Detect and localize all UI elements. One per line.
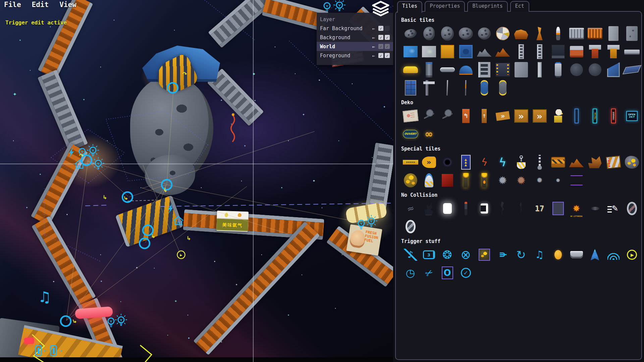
layer-row-far-background[interactable]: Far Background←✓ [317,24,393,33]
tile-poster-fuel[interactable] [401,108,420,124]
layer-checkbox[interactable]: ✓ [378,53,383,58]
tile-ledge-red[interactable] [568,44,586,59]
tile-sign-arrow-up[interactable]: ↑ [475,108,493,124]
tile-unlink-trigger[interactable]: ✂ [420,265,438,281]
tab-properties[interactable]: Properties [425,1,465,12]
tile-gold-ore[interactable] [623,155,641,170]
tile-cigarette[interactable] [457,201,475,216]
tile-mute-sound-trigger[interactable]: ♪ [401,247,420,262]
tile-black-hole[interactable] [438,155,457,170]
tile-pump-orange[interactable] [531,26,549,41]
tile-check-trigger[interactable]: ✓ [457,265,475,281]
tile-letter-o-trigger[interactable]: O [438,265,457,281]
tile-wire-scrap[interactable]: ≈ [401,201,420,216]
tile-gold-lamp-pillar[interactable] [457,173,475,188]
tile-panel-hexagon[interactable] [457,44,475,59]
tile-debris-silhouette[interactable] [420,201,438,216]
tile-burnt-twig[interactable] [512,201,530,216]
tile-neon-open-247[interactable]: OPEN 24/7 [623,108,641,124]
tile-neon-ouvert[interactable]: OUVERT [401,126,420,142]
tile-burst-trigger[interactable]: ❂ [438,247,457,262]
tile-tank-gray[interactable] [494,80,512,96]
tile-gold-ore-trigger[interactable] [475,247,493,262]
tile-panel-light[interactable] [420,44,438,59]
tile-machine-orange[interactable] [512,26,530,41]
tile-gold-ore-ball[interactable] [401,173,420,188]
tile-pipe-horizontal[interactable] [438,62,457,77]
tile-tank-blue[interactable] [475,80,493,96]
tile-smudge-dark[interactable] [586,201,604,216]
tile-spark-branch-red[interactable]: ϟ [475,155,493,170]
tile-cancel-trigger[interactable]: ⊗ [457,247,475,262]
layer-row-world[interactable]: World←✓✓ [317,42,393,51]
tile-chevron-curve[interactable]: » [420,155,438,170]
tile-booster-banner[interactable]: ▲ ▲ ▲ [457,155,475,170]
tile-text-edit-lines[interactable]: ✎ [604,201,623,216]
tile-crate-hazard[interactable] [549,155,567,170]
tile-sign-arrow-left[interactable]: ↰ [457,108,475,124]
tile-column-narrow[interactable] [531,62,549,77]
tile-loop-trigger[interactable]: ↻ [512,247,530,262]
layer-checkbox[interactable]: ✓ [385,44,390,49]
tile-porthole-window-2[interactable] [401,219,420,234]
tile-number-17[interactable]: 17 [531,201,549,216]
tile-spike-ball-small[interactable]: ✹ [531,173,549,188]
tile-neon-sign-motel[interactable]: MOTEL [586,108,604,124]
layer-checkbox[interactable]: ✓ [385,35,390,40]
tile-chain-hook[interactable] [531,155,549,170]
tile-music-trigger[interactable]: ♫ [531,247,549,262]
layers-button[interactable] [371,1,390,17]
tile-fan-turbine[interactable] [494,26,512,41]
tile-branch-trigger[interactable]: ⋔ [494,247,512,262]
layer-checkbox[interactable]: ✓ [378,26,383,31]
tile-sign-no-littering[interactable]: ✸NO LITTERING [568,201,586,216]
tile-torch-lamp[interactable] [549,26,567,41]
tile-play-trigger[interactable]: ▶ [623,247,641,262]
tile-girder-white-2[interactable] [531,44,549,59]
tab-blueprints[interactable]: Blueprints [467,1,507,12]
tab-tiles[interactable]: Tiles [397,1,422,13]
tab-ect[interactable]: Ect [510,1,529,12]
tile-spike-ball-red[interactable]: ✹ [512,173,530,188]
tile-panel-dark[interactable] [549,44,567,59]
menu-item-edit[interactable]: Edit [32,1,49,9]
layer-checkbox[interactable]: ✓ [378,35,383,40]
tile-gold-lamp-flame[interactable] [475,173,493,188]
tile-projector-trigger[interactable] [568,247,586,262]
tile-mascot-statue[interactable] [549,108,567,124]
tile-asteroid-mid[interactable] [457,26,475,41]
layer-checkbox[interactable]: ✓ [378,44,383,49]
game-viewport[interactable]: ✦✦✦✦✦✦✦✦✦✦✦✦✦✦✦✦✦✦ 美味氧气 FRESH [0,0,393,362]
tile-sign-chevron-wide[interactable]: » [531,108,549,124]
tile-solar-panel[interactable] [623,62,641,77]
tile-panel-orange[interactable] [438,44,457,59]
layer-shift-arrow[interactable]: ← [372,44,375,49]
tile-slab-large[interactable] [512,62,530,77]
tile-porthole-window[interactable] [623,201,641,216]
layer-shift-arrow[interactable]: ← [372,53,375,58]
tile-red-block[interactable] [438,173,457,188]
tile-container-gray[interactable] [475,62,493,77]
tile-crane-hook[interactable] [512,155,530,170]
tile-platform-thin[interactable] [623,44,641,59]
tile-glass-panel-blue[interactable] [604,62,623,77]
tile-wreck-orange-2[interactable] [586,155,604,170]
tile-pillar-amber[interactable] [604,44,623,59]
tile-conveyor-strip[interactable]: »»»»» [401,155,420,170]
tile-egg-orange-trigger[interactable] [549,247,567,262]
layer-checkbox[interactable] [385,26,390,31]
tile-sign-chevron-small[interactable]: » [494,108,512,124]
tile-slab-gray[interactable] [604,26,623,41]
layer-shift-arrow[interactable]: ← [372,35,375,40]
tile-laser-lines[interactable] [568,173,586,188]
tile-asteroid-chunk[interactable] [420,26,438,41]
tile-spike-ball[interactable]: ✹ [494,173,512,188]
tile-sign-chevron-large[interactable]: » [512,108,530,124]
tile-lightning-bolt[interactable]: ϟ [494,155,512,170]
tile-wreck-orange[interactable] [494,44,512,59]
tile-disc-dark-2[interactable] [586,62,604,77]
tile-rock-slab[interactable] [623,26,641,41]
tile-selected-empty-tile[interactable] [549,201,567,216]
tile-wreck-orange-1[interactable] [568,155,586,170]
tile-pillar-red[interactable] [586,44,604,59]
